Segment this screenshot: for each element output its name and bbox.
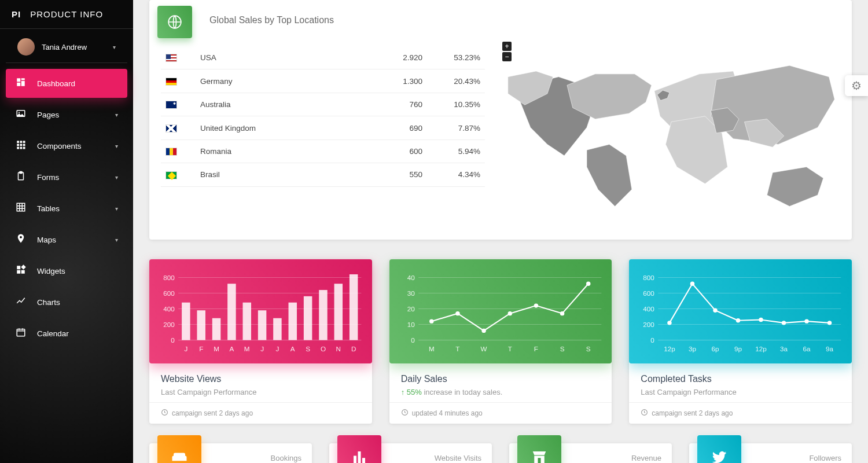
value-cell: 1.300 [356,69,427,93]
avatar [17,38,35,56]
svg-point-102 [827,321,832,325]
stat-card-website-visits: Website Visits [329,443,492,463]
sidebar-item-label: Maps [37,236,56,244]
map-zoom-in[interactable]: + [502,42,512,51]
svg-text:20: 20 [407,305,415,313]
brand[interactable]: PI PRODUCT INFO [0,0,133,29]
main-content: Global Sales by Top Locations USA 2.920 … [133,0,868,463]
svg-text:0: 0 [171,336,175,344]
dashboard-icon [15,77,27,90]
svg-text:A: A [290,345,295,352]
svg-rect-0 [17,78,20,82]
nav-list: Dashboard Pages ▾ Components ▾ Forms ▾ T… [0,69,133,348]
svg-text:600: 600 [163,289,175,297]
sidebar-item-widgets[interactable]: Widgets [6,256,127,285]
brand-title: PRODUCT INFO [30,9,103,19]
sidebar-item-label: Dashboard [37,79,75,88]
gear-icon: ⚙ [851,79,862,93]
svg-rect-37 [212,318,220,340]
world-map[interactable]: + − [502,46,840,222]
chart-subtitle: ↑ 55% increase in today sales. [401,388,601,396]
svg-point-99 [759,318,763,322]
svg-rect-1 [21,78,25,80]
sidebar-item-pages[interactable]: Pages ▾ [6,100,127,129]
sidebar-item-tables[interactable]: Tables ▾ [6,194,127,223]
clock-icon [641,409,648,418]
map-zoom-out[interactable]: − [502,52,512,61]
caret-down-icon: ▾ [115,143,118,149]
stat-card-followers: Followers [689,443,852,463]
table-row: Australia 760 10.35% [161,93,485,116]
clipboard-icon [15,171,27,183]
svg-rect-44 [319,290,327,340]
store-icon [517,435,561,463]
globe-icon [157,6,192,38]
svg-rect-7 [20,141,23,143]
svg-rect-6 [17,141,19,143]
flag-gb-icon [165,124,177,133]
user-menu[interactable]: Tania Andrew ▾ [6,31,127,63]
flag-de-icon [165,78,177,86]
chart-plot: 010203040MTWTFSS [389,259,612,363]
svg-text:S: S [560,345,564,352]
svg-text:S: S [586,345,591,352]
svg-rect-14 [23,147,25,149]
svg-text:S: S [306,345,310,352]
twitter-icon [697,435,741,463]
grid-icon [15,202,27,215]
sidebar-item-label: Charts [37,298,60,307]
country-cell: Brasil [196,163,356,186]
sidebar-item-calendar[interactable]: Calendar [6,319,127,348]
svg-rect-11 [23,144,25,146]
settings-button[interactable]: ⚙ [845,75,868,96]
clock-icon [401,409,409,418]
svg-text:J: J [276,345,279,352]
svg-point-72 [481,329,486,333]
global-sales-card: Global Sales by Top Locations USA 2.920 … [149,0,852,240]
sidebar-item-maps[interactable]: Maps ▾ [6,225,127,254]
svg-text:J: J [184,345,187,352]
chart-plot: 020040060080012p3p6p9p12p3a6a9a [629,259,852,363]
widgets-icon [15,264,27,277]
svg-text:T: T [507,345,512,352]
svg-text:3p: 3p [689,345,696,352]
svg-rect-112 [354,456,356,464]
svg-text:30: 30 [407,289,415,297]
svg-rect-10 [20,144,23,146]
global-title: Global Sales by Top Locations [161,0,840,46]
svg-rect-21 [21,270,25,274]
sidebar-item-forms[interactable]: Forms ▾ [6,163,127,192]
caret-down-icon: ▾ [115,205,118,212]
svg-rect-39 [242,303,251,340]
country-cell: Romania [196,139,356,163]
value-cell: 690 [356,116,427,139]
sofa-icon [157,435,201,463]
svg-text:9p: 9p [734,345,742,352]
chart-footer: campaign sent 2 days ago [629,402,852,424]
svg-rect-114 [362,458,365,463]
svg-rect-3 [17,83,20,86]
svg-point-98 [736,318,740,322]
percent-cell: 10.35% [427,93,485,116]
table-row: Germany 1.300 20.43% [161,69,485,93]
sidebar-item-dashboard[interactable]: Dashboard [6,69,127,98]
svg-rect-46 [350,274,358,340]
svg-text:M: M [244,345,250,352]
flag-br-icon [165,171,177,179]
sidebar-item-charts[interactable]: Charts [6,288,127,317]
sidebar-item-components[interactable]: Components ▾ [6,131,127,160]
user-name: Tania Andrew [42,43,106,52]
svg-rect-2 [21,81,25,86]
table-row: Romania 600 5.94% [161,139,485,163]
svg-text:W: W [480,345,487,352]
chart-card-daily-sales: 010203040MTWTFSS Daily Sales ↑ 55% incre… [389,259,612,424]
value-cell: 550 [356,163,427,186]
svg-rect-13 [20,147,23,149]
svg-text:N: N [336,345,341,352]
sidebar-item-label: Tables [37,204,60,213]
svg-text:3a: 3a [780,345,788,352]
percent-cell: 4.34% [427,163,485,186]
svg-text:12p: 12p [664,345,675,352]
svg-text:J: J [260,345,264,352]
svg-point-100 [782,321,786,325]
